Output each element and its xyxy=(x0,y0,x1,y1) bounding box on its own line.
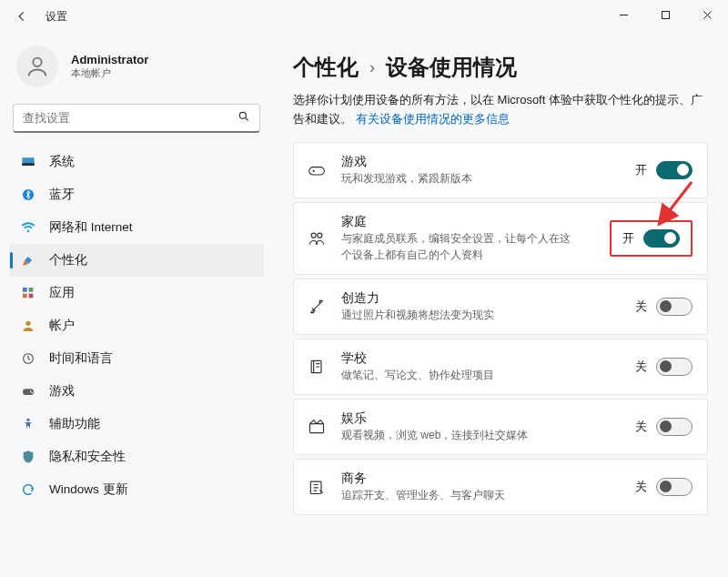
card-subtitle: 追踪开支、管理业务、与客户聊天 xyxy=(341,487,578,503)
card-title: 游戏 xyxy=(341,154,621,170)
toggle-state-label: 开 xyxy=(622,230,634,247)
user-name: Administrator xyxy=(71,53,148,66)
highlight-annotation: 开 xyxy=(610,220,693,257)
usage-card: 游戏玩和发现游戏，紧跟新版本开 xyxy=(293,142,708,198)
windows-update-icon xyxy=(20,482,36,497)
avatar xyxy=(16,46,58,87)
card-icon xyxy=(307,418,327,436)
card-subtitle: 与家庭成员联系，编辑安全设置，让每个人在这个设备上都有自己的个人资料 xyxy=(341,230,578,263)
toggle-switch[interactable] xyxy=(656,418,693,436)
usage-card: 学校做笔记、写论文、协作处理项目关 xyxy=(293,339,708,395)
window-title: 设置 xyxy=(46,9,67,25)
toggle-switch[interactable] xyxy=(656,161,693,179)
usage-card: 娱乐观看视频，浏览 web，连接到社交媒体关 xyxy=(293,399,708,455)
more-info-link[interactable]: 有关设备使用情况的更多信息 xyxy=(356,112,510,126)
sidebar-item-apps[interactable]: 应用 xyxy=(9,277,264,309)
sidebar-item-label: 帐户 xyxy=(49,318,75,334)
minimize-button[interactable] xyxy=(602,0,644,29)
sidebar-item-label: Windows 更新 xyxy=(49,481,128,498)
back-button[interactable] xyxy=(11,10,33,23)
svg-point-20 xyxy=(318,233,322,238)
sidebar-item-accounts[interactable]: 帐户 xyxy=(9,309,264,342)
toggle-switch[interactable] xyxy=(643,229,680,248)
maximize-button[interactable] xyxy=(644,0,686,29)
close-button[interactable] xyxy=(686,0,728,29)
time-language-icon xyxy=(20,351,36,366)
card-subtitle: 玩和发现游戏，紧跟新版本 xyxy=(341,170,578,187)
svg-point-19 xyxy=(311,233,316,238)
card-title: 创造力 xyxy=(341,290,621,307)
sidebar-item-privacy[interactable]: 隐私和安全性 xyxy=(9,440,264,473)
toggle-switch[interactable] xyxy=(656,358,693,376)
sidebar-item-label: 个性化 xyxy=(49,252,87,268)
sidebar-item-windows-update[interactable]: Windows 更新 xyxy=(9,473,264,506)
wifi-icon xyxy=(20,220,36,235)
card-icon xyxy=(307,358,327,376)
svg-point-14 xyxy=(30,390,32,392)
svg-point-16 xyxy=(26,419,29,421)
sidebar-item-bluetooth[interactable]: 蓝牙 xyxy=(9,178,264,211)
sidebar-item-personalization[interactable]: 个性化 xyxy=(9,244,264,277)
usage-card: 商务追踪开支、管理业务、与客户聊天关 xyxy=(293,459,708,515)
chevron-right-icon: › xyxy=(369,58,375,77)
breadcrumb-parent[interactable]: 个性化 xyxy=(293,53,359,82)
search-input[interactable] xyxy=(23,111,238,125)
user-account-block[interactable]: Administrator 本地帐户 xyxy=(9,40,264,104)
toggle-switch[interactable] xyxy=(656,298,693,316)
sidebar-item-gaming[interactable]: 游戏 xyxy=(9,375,264,408)
window-controls xyxy=(602,0,728,29)
svg-rect-5 xyxy=(22,163,34,166)
gaming-icon xyxy=(20,384,36,399)
apps-icon xyxy=(20,286,36,300)
page-description: 选择你计划使用设备的所有方法，以在 Microsoft 体验中获取个性化的提示、… xyxy=(293,91,708,129)
card-subtitle: 观看视频，浏览 web，连接到社交媒体 xyxy=(341,427,578,443)
main-content: 个性化 › 设备使用情况 选择你计划使用设备的所有方法，以在 Microsoft… xyxy=(273,33,728,577)
accounts-icon xyxy=(20,319,36,333)
sidebar-item-label: 时间和语言 xyxy=(49,350,113,367)
sidebar-nav: 系统 蓝牙 网络和 Internet 个性化 应用 帐户 xyxy=(9,146,264,506)
svg-point-11 xyxy=(25,321,30,326)
svg-point-15 xyxy=(31,392,33,394)
sidebar-item-system[interactable]: 系统 xyxy=(9,146,264,178)
toggle-state-label: 关 xyxy=(635,359,647,375)
sidebar-item-accessibility[interactable]: 辅助功能 xyxy=(9,408,264,440)
card-icon xyxy=(307,229,327,248)
toggle-state-label: 关 xyxy=(635,419,647,435)
usage-card: 创造力通过照片和视频将想法变为现实关 xyxy=(293,278,708,335)
svg-rect-8 xyxy=(29,288,34,292)
svg-rect-7 xyxy=(23,288,27,292)
toggle-state-label: 关 xyxy=(635,479,647,495)
sidebar-item-network[interactable]: 网络和 Internet xyxy=(9,211,264,244)
sidebar-item-label: 蓝牙 xyxy=(49,187,75,203)
card-title: 家庭 xyxy=(341,214,595,230)
sidebar: Administrator 本地帐户 系统 蓝牙 网络和 Internet xyxy=(0,33,273,577)
svg-point-3 xyxy=(239,112,246,118)
card-title: 商务 xyxy=(341,471,621,487)
sidebar-item-label: 网络和 Internet xyxy=(49,219,133,236)
personalization-icon xyxy=(20,253,36,268)
usage-card: 家庭与家庭成员联系，编辑安全设置，让每个人在这个设备上都有自己的个人资料开 xyxy=(293,202,708,275)
svg-rect-1 xyxy=(662,11,669,18)
card-subtitle: 做笔记、写论文、协作处理项目 xyxy=(341,367,578,383)
svg-rect-17 xyxy=(309,167,325,174)
svg-rect-22 xyxy=(310,423,324,432)
sidebar-item-label: 应用 xyxy=(49,285,75,301)
sidebar-item-label: 系统 xyxy=(49,154,75,170)
breadcrumb: 个性化 › 设备使用情况 xyxy=(293,53,708,82)
card-icon xyxy=(307,478,327,496)
sidebar-item-label: 隐私和安全性 xyxy=(49,449,126,465)
toggle-state-label: 关 xyxy=(635,299,647,315)
svg-rect-10 xyxy=(29,294,34,299)
svg-point-2 xyxy=(33,58,41,66)
toggle-switch[interactable] xyxy=(656,478,693,496)
device-usage-list: 游戏玩和发现游戏，紧跟新版本开家庭与家庭成员联系，编辑安全设置，让每个人在这个设… xyxy=(293,142,708,515)
system-icon xyxy=(20,155,36,169)
user-subtitle: 本地帐户 xyxy=(71,66,148,80)
page-title: 设备使用情况 xyxy=(386,53,517,82)
sidebar-item-label: 游戏 xyxy=(49,383,75,400)
privacy-icon xyxy=(20,450,36,464)
sidebar-item-time-language[interactable]: 时间和语言 xyxy=(9,342,264,375)
search-input-wrap[interactable] xyxy=(13,104,260,133)
search-icon xyxy=(238,110,250,126)
card-subtitle: 通过照片和视频将想法变为现实 xyxy=(341,307,578,323)
